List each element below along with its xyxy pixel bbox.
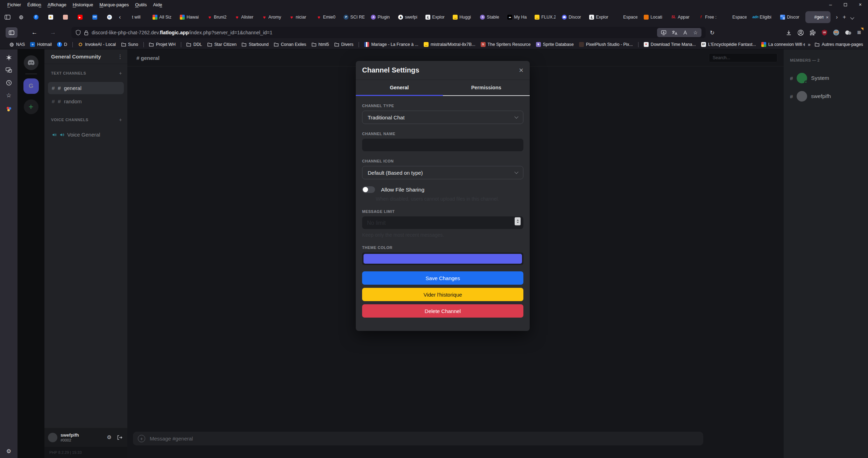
search-input[interactable] xyxy=(709,53,777,62)
menu-item[interactable]: Affichage xyxy=(44,1,70,8)
attach-plus-icon[interactable]: + xyxy=(138,435,145,442)
browser-tab[interactable]: Discor xyxy=(560,11,585,23)
firefox-view-button[interactable] xyxy=(2,12,13,23)
bookmark-item[interactable]: ‿mistralai/Mixtral-8x7B... xyxy=(424,42,475,47)
channel-name-input[interactable] xyxy=(362,139,523,151)
bookmark-item[interactable]: Divers xyxy=(334,42,353,47)
add-server-button[interactable]: + xyxy=(24,99,38,114)
menu-item[interactable]: Fichier xyxy=(4,1,24,8)
member-row[interactable]: #swefpifh xyxy=(790,91,868,102)
member-row[interactable]: #System xyxy=(790,73,868,83)
browser-tab[interactable]: APlugin xyxy=(369,11,394,23)
menu-button[interactable]: ≡ xyxy=(857,29,862,36)
list-tabs-button[interactable] xyxy=(848,13,856,21)
forward-button[interactable]: → xyxy=(48,29,58,36)
reader-icon[interactable] xyxy=(683,30,688,35)
channel-item-random[interactable]: ##random xyxy=(48,95,124,107)
palette-icon[interactable] xyxy=(7,105,11,111)
devices-icon[interactable] xyxy=(6,67,12,73)
voice-channel-item[interactable]: Voice General xyxy=(48,129,124,141)
scroll-tabs-left-button[interactable]: ‹ xyxy=(117,13,123,21)
other-bookmarks-button[interactable]: Autres marque-pages xyxy=(815,42,863,47)
server-menu-kebab-icon[interactable]: ⋮ xyxy=(118,54,123,60)
logout-icon[interactable] xyxy=(117,435,122,440)
browser-tab[interactable]: Explor xyxy=(587,11,612,23)
browser-tab[interactable]: All Siz xyxy=(150,11,176,23)
bookmark-item[interactable]: DDL xyxy=(186,42,202,47)
browser-tab[interactable]: Locati xyxy=(642,11,667,23)
add-text-channel-button[interactable]: + xyxy=(119,70,122,76)
minimize-button[interactable]: – xyxy=(829,2,832,7)
pinned-tab[interactable]: D xyxy=(106,15,112,20)
translate-icon[interactable] xyxy=(672,30,677,35)
extension-avatar-icon[interactable] xyxy=(833,29,839,36)
bookmark-item[interactable]: Projet WH xyxy=(149,42,176,47)
star-icon[interactable]: ☆ xyxy=(6,92,11,98)
downloads-icon[interactable] xyxy=(786,30,792,36)
modal-close-icon[interactable]: × xyxy=(519,66,523,75)
menu-item[interactable]: Marque-pages xyxy=(96,1,132,8)
browser-tab[interactable]: SLAppar xyxy=(669,11,694,23)
close-window-button[interactable]: × xyxy=(859,2,862,7)
discord-home-button[interactable] xyxy=(24,55,38,70)
channel-type-select[interactable]: Traditional Chat xyxy=(362,111,523,124)
pinned-tab[interactable]: f xyxy=(33,15,39,20)
user-settings-gear-icon[interactable]: ⚙ xyxy=(107,434,112,440)
bookmark-item[interactable]: SThe Spriters Resource xyxy=(481,42,531,47)
browser-tab[interactable]: ☁My Ha xyxy=(505,11,530,23)
openai-icon[interactable] xyxy=(6,54,12,61)
modal-button[interactable]: Vider l'historique xyxy=(362,288,523,301)
pinned-tab[interactable] xyxy=(18,15,24,20)
back-button[interactable]: ← xyxy=(29,29,40,36)
browser-tab[interactable]: Explor xyxy=(423,11,449,23)
server-icon-general[interactable]: G xyxy=(23,78,39,94)
maximize-button[interactable] xyxy=(844,2,847,7)
bookmark-item[interactable]: Starbound xyxy=(242,42,269,47)
browser-tab[interactable]: fFree : xyxy=(696,11,721,23)
bookmark-item[interactable]: NAS xyxy=(9,42,25,47)
bookmarks-overflow-button[interactable]: » xyxy=(808,42,811,47)
menu-item[interactable]: Édition xyxy=(24,1,44,8)
bookmark-item[interactable]: Mariage - La France à ... xyxy=(364,42,418,47)
pinned-tab[interactable]: ▶ xyxy=(77,15,83,20)
browser-tab[interactable]: SStable xyxy=(478,11,503,23)
bookmark-item[interactable]: Star Citizen xyxy=(207,42,237,47)
message-input[interactable]: + Message #general xyxy=(133,432,703,445)
message-limit-input[interactable] xyxy=(362,216,523,229)
history-icon[interactable] xyxy=(6,79,12,86)
browser-tab[interactable]: ‿FLUX.2 xyxy=(532,11,558,23)
number-spinner[interactable] xyxy=(515,217,521,225)
new-tab-button[interactable]: + xyxy=(840,13,848,21)
modal-tab-permissions[interactable]: Permissions xyxy=(443,80,530,95)
menu-item[interactable]: Historique xyxy=(70,1,97,8)
sidebar-settings-gear-icon[interactable]: ⚙ xyxy=(6,448,11,454)
add-voice-channel-button[interactable]: + xyxy=(119,117,122,123)
browser-tab[interactable]: ♥Bruni2 xyxy=(205,11,230,23)
bookmark-item[interactable]: InvokeAI - Local xyxy=(78,42,116,47)
browser-tab[interactable]: t will xyxy=(123,11,148,23)
browser-tab[interactable]: ♥Aromy xyxy=(260,11,285,23)
modal-button[interactable]: Delete Channel xyxy=(362,304,523,318)
extensions-icon[interactable] xyxy=(810,29,816,36)
bookmark-item[interactable]: La connexion Wifi et E... xyxy=(761,42,805,47)
channel-item-general[interactable]: ##general xyxy=(48,82,124,94)
bookmark-item[interactable]: ♥Download Time Mana... xyxy=(644,42,696,47)
modal-button[interactable]: Save Changes xyxy=(362,271,523,285)
theme-color-picker[interactable] xyxy=(362,252,523,265)
bookmark-item[interactable]: fD xyxy=(57,42,67,47)
browser-tab[interactable]: Espace clie xyxy=(614,11,640,23)
menu-item[interactable]: Outils xyxy=(132,1,150,8)
browser-tab[interactable]: Discor xyxy=(778,11,803,23)
pinned-tab[interactable]: DSM xyxy=(92,15,98,20)
url-bar[interactable]: discord-like-php-chat-7262.dev.flatlogic… xyxy=(71,27,706,38)
browser-tab[interactable]: ♟swefpi xyxy=(396,11,421,23)
close-tab-icon[interactable]: × xyxy=(826,15,829,20)
menu-item[interactable]: Aide xyxy=(150,1,165,8)
channel-icon-select[interactable]: Default (Based on type) xyxy=(362,166,523,179)
pinned-tab[interactable] xyxy=(62,15,68,20)
server-header[interactable]: General Community ⋮ xyxy=(44,49,127,64)
reload-button[interactable]: ↻ xyxy=(710,29,714,36)
modal-tab-general[interactable]: General xyxy=(356,80,443,95)
save-page-icon[interactable] xyxy=(661,30,666,35)
bookmark-item[interactable]: Conan Exiles xyxy=(274,42,306,47)
